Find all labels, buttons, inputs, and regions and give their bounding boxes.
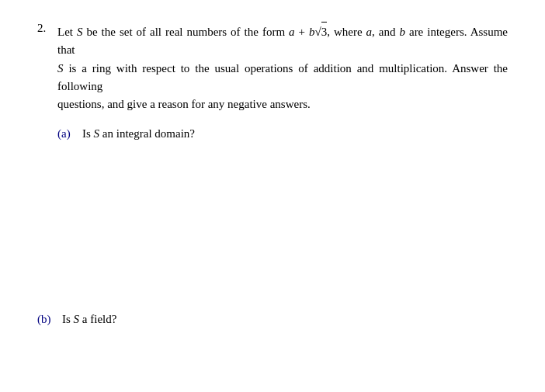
formula: a + b√3	[289, 26, 327, 38]
line2-text: is a ring with respect to the usual oper…	[57, 62, 508, 92]
part-b-s-variable: S	[74, 313, 82, 325]
problem-number: 2.	[37, 22, 53, 35]
part-a-content: Is S an integral domain?	[82, 127, 508, 140]
problem-content: Let S be the set of all real numbers of …	[57, 22, 508, 140]
problem-2: 2. Let S be the set of all real numbers …	[37, 22, 508, 140]
part-a-label: (a)	[57, 127, 78, 140]
s-variable-line2: S	[57, 62, 64, 75]
part-a: (a) Is S an integral domain?	[57, 127, 508, 140]
part-b-content: Is S a field?	[62, 313, 116, 326]
part-a-s-variable: S	[94, 127, 102, 140]
intro-let: Let	[57, 26, 73, 38]
intro-be-the-set: be the set of all real numbers of the fo…	[86, 26, 289, 38]
part-b-is: Is	[62, 313, 71, 325]
s-variable-intro: S	[77, 26, 83, 38]
part-b: (b) Is S a field?	[37, 313, 116, 326]
line3-text: questions, and give a reason for any neg…	[57, 98, 311, 110]
part-a-is: Is	[82, 127, 91, 140]
b-variable: b	[399, 26, 405, 38]
part-b-label: (b)	[37, 313, 57, 326]
a-variable: a	[366, 26, 373, 38]
comma-where: , where	[327, 26, 366, 38]
part-b-question: a field?	[82, 313, 117, 325]
page: 2. Let S be the set of all real numbers …	[0, 0, 545, 392]
and-text: , and	[372, 26, 399, 38]
problem-statement: Let S be the set of all real numbers of …	[57, 22, 508, 113]
part-a-question: an integral domain?	[102, 127, 195, 140]
